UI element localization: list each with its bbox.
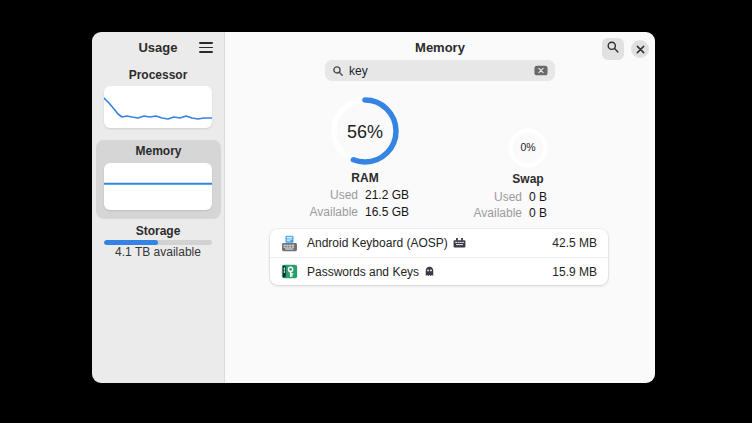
process-name: Android Keyboard (AOSP) bbox=[307, 236, 466, 250]
swap-used-value: 0 B bbox=[529, 190, 547, 204]
process-list: Android Keyboard (AOSP) 42.5 MB bbox=[270, 229, 608, 285]
process-row-android-keyboard[interactable]: Android Keyboard (AOSP) 42.5 MB bbox=[270, 229, 608, 257]
ram-used-row: Used 21.2 GB bbox=[265, 188, 409, 202]
search-toggle-button[interactable] bbox=[602, 38, 624, 60]
ram-used-label: Used bbox=[265, 188, 358, 202]
ram-available-row: Available 16.5 GB bbox=[265, 205, 409, 219]
swap-available-value: 0 B bbox=[529, 206, 547, 220]
processor-sparkline bbox=[104, 98, 212, 119]
swap-used-row: Used 0 B bbox=[429, 190, 547, 204]
processor-sparkline-svg bbox=[104, 86, 212, 128]
usage-app-window: Usage Processor Memory Storage bbox=[92, 32, 655, 383]
desktop-background: Usage Processor Memory Storage bbox=[0, 0, 752, 423]
process-memory-value: 42.5 MB bbox=[552, 236, 597, 250]
search-input[interactable] bbox=[349, 64, 529, 78]
process-name-text: Passwords and Keys bbox=[307, 265, 419, 279]
main-panel: Memory bbox=[225, 32, 655, 383]
process-name: Passwords and Keys bbox=[307, 265, 435, 279]
ram-available-value: 16.5 GB bbox=[365, 205, 409, 219]
sidebar-item-processor[interactable]: Processor bbox=[92, 68, 224, 82]
process-memory-value: 15.9 MB bbox=[552, 265, 597, 279]
sidebar-item-memory-selected[interactable]: Memory bbox=[96, 140, 221, 219]
page-title: Memory bbox=[225, 40, 655, 55]
ram-available-label: Available bbox=[265, 205, 358, 219]
sidebar-memory-label: Memory bbox=[96, 144, 221, 158]
keyboard-badge-icon bbox=[453, 238, 466, 248]
passwords-keys-app-icon bbox=[281, 263, 298, 280]
storage-available-text: 4.1 TB available bbox=[92, 245, 224, 259]
processor-sparkline-chart[interactable] bbox=[104, 86, 212, 128]
search-bar[interactable] bbox=[325, 60, 555, 81]
swap-available-label: Available bbox=[429, 206, 522, 220]
close-button[interactable] bbox=[631, 40, 649, 58]
swap-available-row: Available 0 B bbox=[429, 206, 547, 220]
ghost-badge-icon bbox=[424, 266, 435, 277]
ram-used-value: 21.2 GB bbox=[365, 188, 409, 202]
search-icon bbox=[606, 40, 620, 58]
clear-search-icon[interactable] bbox=[534, 65, 548, 76]
memory-sparkline-svg bbox=[104, 163, 212, 210]
swap-percent: 0% bbox=[506, 141, 550, 153]
close-icon bbox=[636, 43, 645, 56]
swap-label: Swap bbox=[448, 172, 608, 186]
search-entry-icon bbox=[332, 65, 344, 77]
swap-used-label: Used bbox=[429, 190, 522, 204]
sidebar-item-storage[interactable]: Storage bbox=[92, 224, 224, 238]
android-keyboard-app-icon bbox=[281, 235, 298, 252]
ram-percent: 56% bbox=[327, 122, 403, 143]
memory-sparkline-chart bbox=[104, 163, 212, 210]
hamburger-menu-icon[interactable] bbox=[199, 42, 213, 53]
ram-label: RAM bbox=[285, 171, 445, 185]
process-row-passwords-keys[interactable]: Passwords and Keys 15.9 MB bbox=[270, 257, 608, 285]
sidebar: Usage Processor Memory Storage bbox=[92, 32, 225, 383]
process-name-text: Android Keyboard (AOSP) bbox=[307, 236, 448, 250]
